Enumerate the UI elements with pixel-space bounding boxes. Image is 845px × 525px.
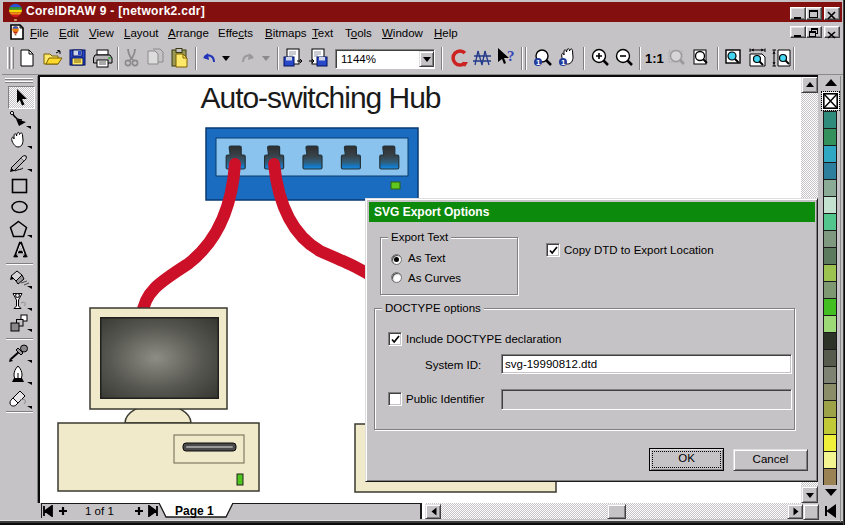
svg-text:?: ? [507, 48, 515, 64]
svg-text:1: 1 [536, 58, 541, 67]
svg-text:Auto-switching Hub: Auto-switching Hub [201, 81, 442, 114]
svg-text:1: 1 [561, 58, 566, 67]
